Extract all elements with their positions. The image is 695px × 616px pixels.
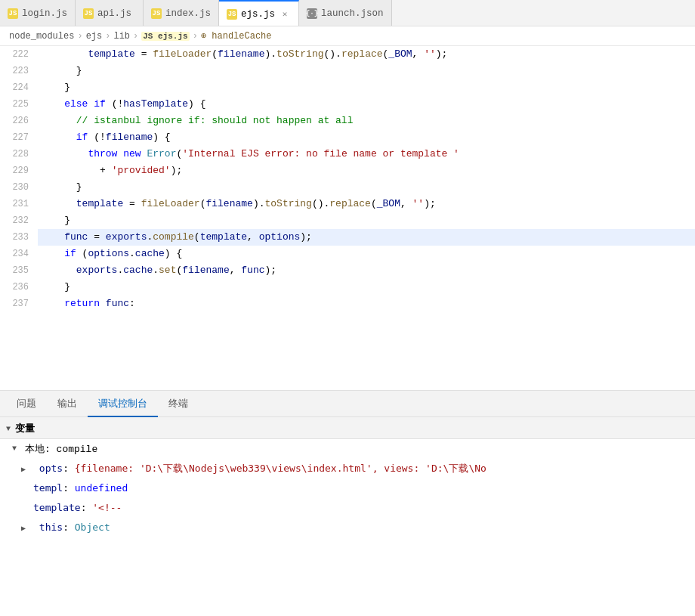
tab-launch-label: launch.json bbox=[321, 8, 384, 19]
tab-launch[interactable]: {·} launch.json bbox=[299, 0, 392, 26]
this-key: this bbox=[39, 522, 63, 533]
code-line-228: 228 throw new Error('Internal EJS error:… bbox=[0, 146, 695, 163]
debug-item-opts: ▶ opts: {filename: 'D:\下载\Nodejs\web339\… bbox=[0, 459, 695, 478]
templ-value: undefined bbox=[75, 482, 128, 494]
variables-section: ▼ 变量 bbox=[0, 417, 695, 439]
tab-login-label: login.js bbox=[22, 8, 67, 19]
bc-handlecache[interactable]: ⊕ handleCache bbox=[201, 30, 272, 42]
opts-key: opts bbox=[39, 463, 63, 474]
tab-ejs[interactable]: JS ejs.js ✕ bbox=[219, 0, 299, 26]
tab-terminal[interactable]: 终端 bbox=[158, 391, 199, 417]
code-line-222: 222 template = fileLoader(filename).toSt… bbox=[0, 46, 695, 63]
variables-label: 变量 bbox=[15, 422, 35, 435]
template-value: '<!-- bbox=[92, 502, 122, 513]
breadcrumb: node_modules › ejs › lib › JS ejs.js › ⊕… bbox=[0, 26, 695, 46]
panel-tabs: 问题 输出 调试控制台 终端 bbox=[0, 391, 695, 417]
opts-value: {filename: 'D:\下载\Nodejs\web339\views\in… bbox=[75, 463, 486, 474]
tab-ejs-label: ejs.js bbox=[241, 9, 275, 20]
bottom-panel: 问题 输出 调试控制台 终端 ▼ 变量 ▼ 本地: compile ▶ opts… bbox=[0, 390, 695, 615]
js-icon: JS bbox=[8, 8, 18, 19]
bc-node-modules[interactable]: node_modules bbox=[9, 31, 74, 42]
templ-key: templ bbox=[33, 482, 63, 494]
js-icon: JS bbox=[151, 8, 162, 19]
code-line-232: 232 } bbox=[0, 212, 695, 229]
tab-index-label: index.js bbox=[165, 8, 211, 19]
local-expand-arrow[interactable]: ▼ bbox=[12, 444, 21, 453]
debug-item-template: template: '<!-- bbox=[0, 498, 695, 518]
template-key: template bbox=[33, 502, 81, 513]
tab-debug-console[interactable]: 调试控制台 bbox=[88, 391, 158, 417]
debug-content: ▼ 本地: compile ▶ opts: {filename: 'D:\下载\… bbox=[0, 439, 695, 615]
code-line-226: 226 // istanbul ignore if: should not ha… bbox=[0, 113, 695, 129]
code-lines: 222 template = fileLoader(filename).toSt… bbox=[0, 46, 695, 312]
js-icon: JS bbox=[83, 8, 94, 19]
tab-api[interactable]: JS api.js bbox=[76, 0, 144, 26]
js-icon: JS bbox=[227, 9, 237, 20]
code-line-229: 229 + 'provided'); bbox=[0, 163, 695, 179]
opts-expand-arrow[interactable]: ▶ bbox=[21, 462, 30, 471]
tab-bar: JS login.js JS api.js JS index.js JS ejs… bbox=[0, 0, 695, 26]
debug-item-templ: templ: undefined bbox=[0, 478, 695, 498]
code-line-236: 236 } bbox=[0, 279, 695, 296]
tab-login[interactable]: JS login.js bbox=[0, 0, 76, 26]
tab-output[interactable]: 输出 bbox=[47, 391, 88, 417]
debug-item-this: ▶ this: Object bbox=[0, 518, 695, 537]
this-expand-arrow[interactable]: ▶ bbox=[21, 521, 30, 530]
bc-ejs[interactable]: ejs bbox=[86, 31, 103, 42]
code-line-223: 223 } bbox=[0, 63, 695, 79]
code-line-231: 231 template = fileLoader(filename).toSt… bbox=[0, 196, 695, 212]
bc-lib[interactable]: lib bbox=[113, 31, 130, 42]
code-editor: 222 template = fileLoader(filename).toSt… bbox=[0, 46, 695, 390]
bc-ejsjs[interactable]: JS ejs.js bbox=[141, 32, 189, 41]
this-value: Object bbox=[75, 522, 110, 533]
code-line-233: 233 func = exports.compile(template, opt… bbox=[0, 229, 695, 246]
code-line-227: 227 if (!filename) { bbox=[0, 129, 695, 146]
code-line-224: 224 } bbox=[0, 79, 695, 96]
tab-index[interactable]: JS index.js bbox=[144, 0, 219, 26]
tab-close-button[interactable]: ✕ bbox=[279, 8, 291, 20]
variables-chevron[interactable]: ▼ bbox=[6, 425, 11, 433]
json-icon: {·} bbox=[307, 8, 317, 19]
code-line-230: 230 } bbox=[0, 179, 695, 196]
tab-issues[interactable]: 问题 bbox=[6, 391, 47, 417]
local-scope-label: 本地: compile bbox=[25, 442, 97, 456]
local-scope-header: ▼ 本地: compile bbox=[0, 439, 695, 459]
code-line-235: 235 exports.cache.set(filename, func); bbox=[0, 262, 695, 279]
code-line-225: 225 else if (!hasTemplate) { bbox=[0, 96, 695, 113]
code-line-234: 234 if (options.cache) { bbox=[0, 246, 695, 262]
tab-api-label: api.js bbox=[97, 8, 131, 19]
code-line-237: 237 return func: bbox=[0, 296, 695, 312]
